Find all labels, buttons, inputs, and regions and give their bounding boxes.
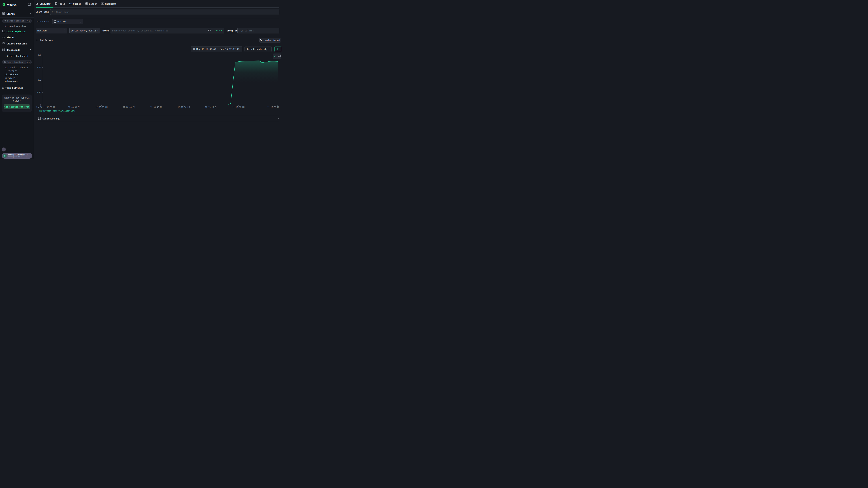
collapse-sidebar-icon[interactable] [28, 3, 31, 6]
svg-text:May 16 12:02:30 PM: May 16 12:02:30 PM [36, 106, 55, 108]
divider [0, 53, 34, 53]
laptop-icon [2, 42, 5, 45]
dashboards-icon [2, 48, 5, 52]
saved-dashboards-input[interactable]: Saved Dashboards ⌘ K [2, 60, 32, 64]
create-dashboard-button[interactable]: + Create Dashboard [4, 55, 28, 58]
lucene-mode-button[interactable]: Lucene [215, 29, 222, 32]
cloud-promo-line2: Cloud? [2, 100, 32, 102]
where-input[interactable] [110, 28, 224, 33]
saved-dashboards-placeholder: Saved Dashboards [7, 61, 25, 63]
numbers-icon: 123 [69, 3, 72, 5]
chart-name-input[interactable] [50, 9, 279, 15]
sql-mode-button[interactable]: SQL [208, 29, 212, 32]
cmd-k-badge: ⌘ K [26, 20, 30, 22]
sidebar-section-search[interactable]: Search [2, 12, 32, 15]
tab-table[interactable]: Table [55, 0, 65, 8]
presets-header[interactable]: PRESETS [4, 70, 18, 72]
sidebar-section-dashboards[interactable]: Dashboards [2, 48, 32, 52]
sidebar-section-dashboards-label: Dashboards [6, 48, 28, 51]
play-icon [277, 47, 279, 51]
help-button[interactable]: ? [2, 148, 6, 152]
svg-text:12:11:30 PM: 12:11:30 PM [178, 106, 190, 108]
date-range-input[interactable]: May 16 12:02:43 - May 16 12:17:43 [191, 46, 242, 52]
updown-chevron-icon [80, 20, 82, 24]
sidebar: HyperDX Search Saved Searches ⌘ K No sav… [0, 0, 34, 159]
list-box-icon [85, 2, 88, 6]
user-menu[interactable]: D demos@clickhouse.com demos@clickhouse.… [2, 153, 32, 159]
sidebar-section-search-label: Search [6, 12, 28, 15]
close-icon[interactable]: ✕ [97, 29, 98, 32]
svg-text:0.15: 0.15 [37, 92, 41, 93]
search-icon [4, 61, 6, 64]
tab-underline-active [36, 7, 53, 8]
legend-series-label: max(system.memory.utilization) [39, 110, 75, 112]
chevron-right-icon: › [29, 154, 31, 157]
preset-services[interactable]: Services [5, 77, 15, 79]
chevron-up-icon[interactable] [29, 12, 32, 15]
svg-text:12:09:45 PM: 12:09:45 PM [150, 106, 162, 108]
get-started-button[interactable]: Get Started for Free [4, 104, 30, 109]
legend-swatch [36, 111, 38, 111]
chevron-down-icon [277, 117, 279, 120]
line-chart-icon [36, 2, 38, 6]
sidebar-item-chart-explorer-label: Chart Explorer [6, 30, 26, 33]
mode-separator: | [213, 29, 214, 32]
divider [36, 19, 279, 19]
where-field-wrap: SQL | Lucene [110, 28, 224, 33]
granularity-select[interactable]: Auto Granularity [245, 46, 272, 52]
sidebar-item-client-sessions[interactable]: Client Sessions [2, 42, 32, 45]
tab-number[interactable]: 123 Number [69, 0, 81, 8]
generated-sql-toggle[interactable]: Generated SQL [38, 117, 279, 121]
add-series-button[interactable]: Add Series [36, 38, 53, 42]
main-content: Line/Bar Table 123 Number Search [34, 0, 283, 159]
svg-text:12:04:30 PM: 12:04:30 PM [68, 106, 80, 108]
metric-tag[interactable]: system.memory.utiliza ✕ [69, 28, 100, 33]
preset-clickhouse[interactable]: Clickhouse [5, 73, 18, 76]
chart-name-label: Chart Name [36, 11, 49, 13]
chevron-down-icon [269, 47, 271, 51]
group-by-label: Group By [226, 29, 238, 32]
tab-markdown[interactable]: Markdown [101, 0, 116, 8]
sidebar-item-alerts[interactable]: Alerts [2, 36, 32, 39]
saved-searches-input[interactable]: Saved Searches ⌘ K [2, 19, 32, 23]
timeseries-chart[interactable]: 00.150.30.450.6May 16 12:02:30 PM12:04:3… [34, 53, 282, 110]
aggregation-select[interactable]: Maximum [36, 28, 67, 33]
app-title: HyperDX [7, 3, 16, 6]
metric-tag-value: system.memory.utiliza [71, 29, 96, 32]
chevron-down-icon [4, 70, 6, 72]
run-query-button[interactable] [275, 46, 281, 52]
svg-text:12:13:15 PM: 12:13:15 PM [205, 106, 217, 108]
svg-text:0.45: 0.45 [37, 66, 41, 68]
sidebar-item-alerts-label: Alerts [6, 36, 14, 39]
markdown-icon [101, 2, 104, 6]
data-source-select[interactable]: Metrics [52, 19, 83, 24]
svg-text:0.3: 0.3 [38, 79, 41, 81]
set-number-format-button[interactable]: Set number format [259, 38, 281, 42]
group-by-input[interactable] [238, 28, 279, 33]
sidebar-item-chart-explorer[interactable]: Chart Explorer [2, 30, 32, 33]
no-saved-searches-note: No saved searches [5, 25, 26, 28]
preset-kubernetes[interactable]: Kubernetes [5, 80, 18, 83]
saved-searches-placeholder: Saved Searches [7, 20, 25, 22]
search-icon [4, 19, 6, 23]
app-logo[interactable]: HyperDX [2, 2, 16, 7]
table-icon [55, 2, 57, 6]
svg-text:12:17:30 PM: 12:17:30 PM [268, 106, 279, 108]
data-source-value: Metrics [58, 21, 79, 23]
where-label: Where [102, 29, 110, 32]
generated-sql-label: Generated SQL [42, 117, 60, 120]
tab-underline-track [36, 7, 279, 8]
chevron-up-icon[interactable] [29, 48, 32, 52]
user-team: demos@clickhouse.com's [8, 156, 28, 158]
sidebar-item-team-settings[interactable]: ⚙ Team Settings [2, 87, 32, 90]
svg-text:0.6: 0.6 [38, 54, 41, 56]
tab-search[interactable]: Search [85, 0, 97, 8]
tab-line-bar[interactable]: Line/Bar [36, 0, 51, 8]
bell-icon [2, 36, 5, 39]
granularity-value: Auto Granularity [247, 48, 268, 51]
chart-type-tabbar: Line/Bar Table 123 Number Search [36, 0, 116, 8]
updown-chevron-icon [64, 29, 65, 32]
chart-legend[interactable]: max(system.memory.utilization) [36, 110, 75, 112]
presets-label: PRESETS [8, 70, 18, 72]
svg-text:12:15:00 PM: 12:15:00 PM [232, 106, 245, 108]
